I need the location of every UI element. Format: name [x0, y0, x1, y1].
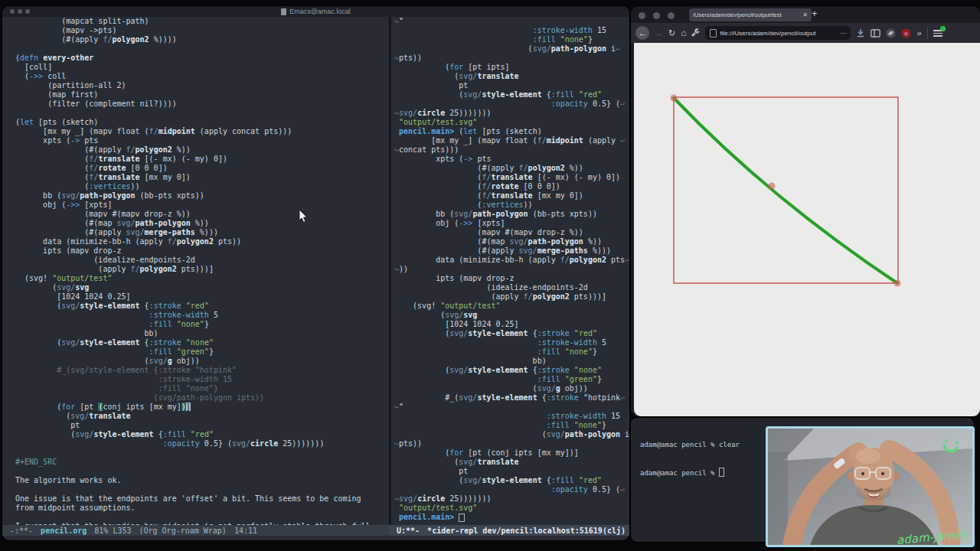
code-line[interactable]: (#(apply svg/merge-paths %))) [15, 228, 389, 237]
code-line[interactable]: (mapcat split-path) [15, 17, 389, 26]
code-line[interactable]: [1024 1024 0.25] [394, 320, 632, 329]
code-line[interactable]: (svg/svg [394, 311, 632, 320]
code-line[interactable] [15, 448, 389, 458]
code-line[interactable]: ↪)) [394, 265, 632, 274]
code-line[interactable]: (map first) [15, 90, 389, 99]
code-line[interactable]: (->> coll [15, 72, 389, 81]
new-tab-button[interactable]: + [812, 8, 818, 19]
code-line[interactable]: :opacity 0.5} (svg/circle 25))))))) [15, 439, 389, 448]
code-line[interactable]: (filter (complement nil?)))) [15, 99, 389, 109]
code-line[interactable]: :fill "none"} [394, 35, 632, 44]
code-line[interactable]: (svg/style-element {:stroke "red" [15, 302, 389, 311]
code-line[interactable]: (#(apply f/polygon2 %)) [394, 164, 632, 173]
zoom-window-button[interactable] [25, 9, 30, 14]
url-bar[interactable]: file:///Users/adam/dev/pencil/output ⋯ [705, 26, 851, 40]
code-line[interactable]: (f/translate [(- mx) (- my) 0]) [15, 155, 389, 164]
code-line[interactable]: ipts (mapv drop-z [394, 274, 632, 283]
code-line[interactable]: xpts (-> pts [15, 136, 389, 145]
code-line[interactable]: (for [pt ipts] [394, 63, 632, 72]
page-tools-button[interactable] [691, 28, 700, 38]
menu-button[interactable]: ↑ [933, 29, 942, 37]
code-line[interactable]: :fill "none"} [15, 384, 389, 393]
code-line[interactable]: bb (svg/path-polygon (bb-pts xpts)) [15, 191, 389, 201]
code-line[interactable]: #_(svg/style-element {:stroke "hotpink" [15, 366, 389, 375]
code-line[interactable]: ↪pts)) [394, 54, 632, 63]
emacs-titlebar[interactable]: Emacs@amac.local [2, 6, 629, 17]
code-line[interactable]: pt [15, 421, 389, 430]
code-line[interactable]: (svg/translate [394, 72, 632, 81]
code-line[interactable] [15, 44, 389, 54]
url-more-button[interactable]: ⋯ [840, 30, 846, 37]
code-line[interactable]: "output/test.svg" [394, 118, 632, 127]
browser-tab[interactable]: /Users/adam/dev/pencil/output/test ✕ [689, 8, 812, 21]
code-line[interactable]: (svg/g obj)) [394, 384, 632, 393]
code-line[interactable]: [mx my _] (mapv float (f/midpoint (apply… [394, 136, 632, 145]
code-line[interactable]: ↪pts)) [394, 439, 632, 448]
code-line[interactable]: obj (->> [xpts] [394, 219, 632, 228]
minimize-window-button[interactable] [653, 12, 660, 19]
code-line[interactable]: ipts (mapv drop-z [15, 246, 389, 256]
code-line[interactable]: One issue is that the endpoints are 'off… [15, 494, 389, 504]
code-line[interactable]: ↪" [394, 403, 632, 412]
code-line[interactable]: (partition-all 2) [15, 81, 389, 90]
forward-button[interactable]: → [655, 29, 663, 37]
home-button[interactable]: ⌂ [681, 28, 686, 37]
code-line[interactable]: :stroke-width 15 [15, 375, 389, 384]
code-line[interactable]: pt [394, 81, 632, 90]
code-line[interactable]: (svg/translate [394, 458, 632, 467]
code-line[interactable]: (#(map svg/path-polygon %)) [15, 219, 389, 228]
code-line[interactable]: :fill "none"} [394, 421, 632, 430]
code-line[interactable]: (svg/style-element {:stroke "red" [394, 329, 632, 338]
code-line[interactable] [15, 485, 389, 494]
code-line[interactable]: (idealize-endpoints-2d [394, 283, 632, 292]
code-line[interactable]: (mapv #(mapv drop-z %)) [394, 228, 632, 237]
code-line[interactable]: [mx my _] (mapv float (f/midpoint (apply… [15, 127, 389, 136]
code-line[interactable]: (apply f/polygon2 pts)))] [15, 265, 389, 274]
repl-buffer-pane[interactable]: ↪" :stroke-width 15 :fill "none"} (svg/p… [389, 17, 632, 525]
ublock-icon[interactable]: u [901, 28, 911, 38]
code-line[interactable] [15, 467, 389, 476]
code-line[interactable]: (#(apply f/polygon2 %)))) [15, 35, 389, 44]
code-line[interactable]: xpts (-> pts [394, 155, 632, 164]
code-line[interactable]: (for [pt (conj ipts [mx my])] [394, 448, 632, 458]
code-line[interactable]: (svg/path-polygon i↩ [394, 44, 632, 54]
code-line[interactable]: (f/rotate [0 0 0]) [394, 182, 632, 191]
code-line[interactable]: ↪svg/circle 25))))))) [394, 109, 632, 118]
minimize-window-button[interactable] [18, 9, 22, 14]
code-line[interactable]: :fill "none"} [15, 320, 389, 329]
code-line[interactable]: pencil.main> (let [pts (sketch) [394, 127, 632, 136]
code-line[interactable]: (#(apply f/polygon2 %)) [15, 145, 389, 155]
code-line[interactable]: (apply f/polygon2 pts)))] [394, 292, 632, 302]
code-line[interactable]: (#(map svg/path-polygon %)) [394, 237, 632, 246]
code-line[interactable]: data (minimize-bb-h (apply f/polygon2 pt… [394, 256, 632, 265]
code-line[interactable]: "output/test.svg" [394, 504, 632, 513]
code-line[interactable]: (let [pts (sketch) [15, 118, 389, 127]
code-line[interactable]: (svg/style-element {:stroke "none" [15, 338, 389, 347]
code-line[interactable]: pt [394, 467, 632, 476]
code-line[interactable]: (defn every-other [15, 54, 389, 63]
org-buffer-code[interactable]: (mapcat split-path) (mapv ->pts) (#(appl… [15, 17, 389, 525]
zoom-window-button[interactable] [668, 12, 675, 19]
code-line[interactable]: ↪svg/circle 25))))))) [394, 494, 632, 504]
download-icon[interactable] [856, 28, 865, 37]
code-line[interactable]: (svg/svg [15, 283, 389, 292]
code-line[interactable]: pencil.main> [394, 513, 632, 522]
code-line[interactable]: :opacity 0.5} (↩ [394, 485, 632, 494]
code-line[interactable]: (:vertices)) [394, 201, 632, 210]
code-line[interactable]: bb (svg/path-polygon (bb-pts xpts)) [394, 210, 632, 219]
code-line[interactable]: #+END_SRC [15, 458, 389, 467]
code-line[interactable]: (svg/style-element {:fill "red" [394, 90, 632, 99]
close-window-button[interactable] [10, 9, 15, 14]
code-line[interactable]: (#(apply svg/merge-paths %))) [394, 246, 632, 256]
code-line[interactable]: (f/rotate [0 0 0]) [15, 164, 389, 173]
code-line[interactable]: (svg! "output/test" [394, 302, 632, 311]
code-line[interactable]: :fill "green"} [15, 347, 389, 357]
code-line[interactable]: ↪" [394, 17, 632, 26]
code-line[interactable]: from midpoint assumptions. [15, 504, 389, 513]
code-line[interactable]: (svg/translate [15, 412, 389, 421]
code-line[interactable]: :stroke-width 15 [394, 26, 632, 35]
code-line[interactable]: :stroke-width 5 [394, 338, 632, 347]
code-line[interactable]: (mapv #(mapv drop-z %)) [15, 210, 389, 219]
code-line[interactable]: (f/translate [(- mx) (- my) 0]) [394, 173, 632, 182]
code-line[interactable]: (f/translate [mx my 0]) [15, 173, 389, 182]
